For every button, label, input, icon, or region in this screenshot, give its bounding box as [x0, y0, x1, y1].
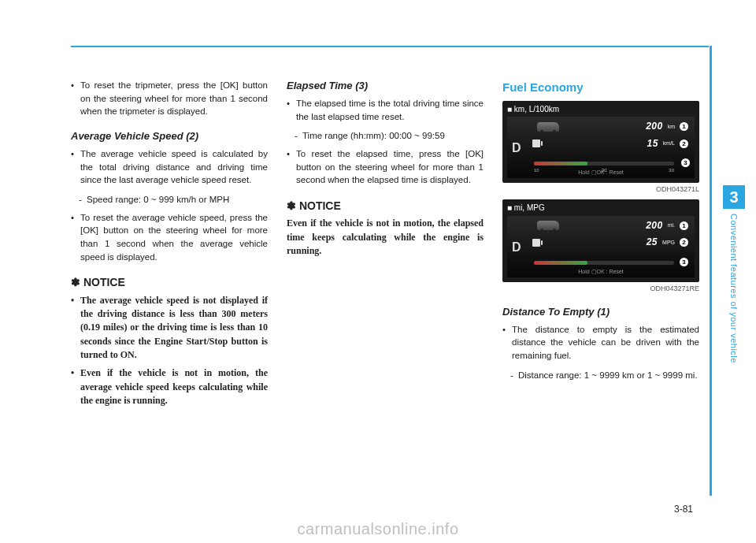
dte-range: Distance range: 1 ~ 9999 km or 1 ~ 9999 … — [502, 369, 699, 382]
notice-body-2: Even if the vehicle is not in motion, th… — [287, 217, 484, 258]
page-number: 3-81 — [674, 504, 693, 515]
range-value-km: 200 — [646, 120, 663, 133]
marker-3-mi: 3 — [680, 258, 688, 266]
econ-unit-km: km/L — [663, 139, 675, 147]
image-code-mi: ODH043271RE — [502, 284, 699, 294]
top-rule — [71, 46, 709, 47]
marker-1-km: 1 — [680, 122, 688, 131]
fuel-icon — [532, 139, 540, 147]
image-code-km: ODH043271L — [502, 184, 699, 195]
dte-heading: Distance To Empty (1) — [502, 305, 699, 320]
notice-1-item-2: Even if the vehicle is not in motion, th… — [71, 366, 268, 407]
notice-1-item-1: The average vehicle speed is not display… — [71, 294, 268, 363]
avg-speed-range: Speed range: 0 ~ 999 km/h or MPH — [71, 193, 268, 206]
range-unit-km: km — [668, 123, 675, 131]
column-3: Fuel Economy ■ km, L/100km 200 km 1 D 15 — [502, 79, 699, 413]
econ-value-mi: 25 — [647, 236, 658, 249]
fuel-economy-heading: Fuel Economy — [502, 79, 699, 96]
fuel-gauge-km — [534, 162, 674, 166]
gear-indicator-mi: D — [512, 238, 521, 256]
range-unit-mi: mi. — [668, 221, 675, 229]
fuel-gauge-mi — [534, 261, 674, 265]
column-1: To reset the tripmeter, press the [OK] b… — [71, 79, 268, 413]
elapsed-reset: To reset the elapsed time, press the [OK… — [287, 147, 484, 187]
dash-screen-km: 200 km 1 D 15 km/L 2 10 20 — [507, 117, 695, 178]
fuel-icon — [532, 239, 540, 247]
dte-desc: The distance to empty is the estimated d… — [502, 323, 699, 363]
gear-indicator-km: D — [512, 139, 521, 157]
elapsed-list: The elapsed time is the total driving ti… — [287, 97, 484, 123]
reset-hint-km: Hold ▢OK : Reset — [507, 169, 695, 177]
reset-tripmeter-text: To reset the tripmeter, press the [OK] b… — [71, 79, 268, 118]
notice-heading-1: ✽ NOTICE — [71, 274, 268, 290]
notice-body-1: The average vehicle speed is not display… — [71, 294, 268, 408]
dte-list: The distance to empty is the estimated d… — [502, 323, 699, 363]
car-icon — [537, 122, 559, 132]
watermark: carmanualsonline.info — [0, 520, 756, 538]
avg-speed-reset: To reset the average vehicle speed, pres… — [71, 211, 268, 264]
car-icon — [537, 221, 559, 230]
dashboard-image-km: ■ km, L/100km 200 km 1 D 15 km/L 2 — [502, 101, 699, 184]
marker-1-mi: 1 — [680, 221, 688, 230]
econ-unit-mi: MPG — [662, 239, 675, 247]
dash-label-mi: ■ mi, MPG — [507, 203, 695, 214]
side-rule — [710, 46, 712, 496]
elapsed-reset-list: To reset the elapsed time, press the [OK… — [287, 147, 484, 187]
elapsed-heading: Elapsed Time (3) — [287, 79, 484, 94]
avg-speed-reset-list: To reset the average vehicle speed, pres… — [71, 211, 268, 264]
dashboard-image-mi: ■ mi, MPG 200 mi. 1 D 25 MPG 2 — [502, 199, 699, 282]
chapter-tab-text: Convenient features of your vehicle — [729, 214, 739, 363]
column-2: Elapsed Time (3) The elapsed time is the… — [287, 79, 484, 413]
marker-2-mi: 2 — [680, 238, 688, 247]
range-value-mi: 200 — [646, 219, 663, 232]
manual-page: 3 Convenient features of your vehicle To… — [0, 0, 756, 543]
elapsed-desc: The elapsed time is the total driving ti… — [287, 97, 484, 123]
dash-label-km: ■ km, L/100km — [507, 104, 695, 116]
reset-tripmeter-list: To reset the tripmeter, press the [OK] b… — [71, 79, 268, 118]
econ-value-km: 15 — [647, 137, 658, 151]
chapter-tab: 3 Convenient features of your vehicle — [723, 185, 745, 366]
avg-speed-list: The average vehicle speed is calculated … — [71, 147, 268, 187]
dash-screen-mi: 200 mi. 1 D 25 MPG 2 3 Hold ▢OK : Reset — [507, 216, 695, 277]
avg-speed-desc: The average vehicle speed is calculated … — [71, 147, 268, 187]
marker-3-km: 3 — [681, 158, 690, 167]
avg-speed-heading: Average Vehicle Speed (2) — [71, 129, 268, 144]
elapsed-range: Time range (hh:mm): 00:00 ~ 99:59 — [287, 129, 484, 143]
chapter-number-badge: 3 — [723, 185, 745, 209]
content-columns: To reset the tripmeter, press the [OK] b… — [71, 79, 709, 413]
marker-2-km: 2 — [680, 139, 688, 148]
notice-heading-2: ✽ NOTICE — [287, 198, 484, 214]
reset-hint-mi: Hold ▢OK : Reset — [507, 268, 695, 276]
